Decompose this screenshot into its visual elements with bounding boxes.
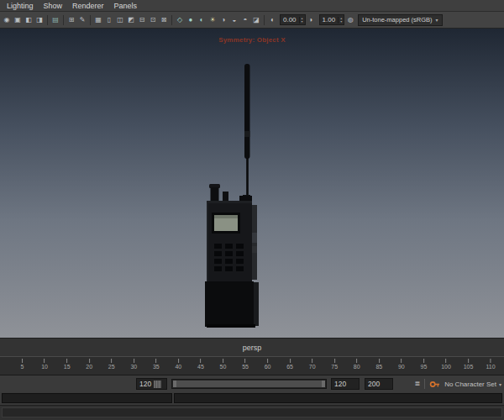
gate-mask-icon[interactable]: ◩ [126,14,136,25]
gamma-field[interactable]: 1.00 ▴▾ [319,14,345,25]
lock-camera-icon[interactable]: ▣ [13,14,23,25]
range-grip[interactable] [154,381,161,388]
exposure-spinner[interactable]: ▴▾ [299,17,305,24]
image-plane-icon[interactable]: ▤ [50,14,60,25]
range-slider-row: 120 120 200 ≣ No Character Set ▾ [0,375,504,392]
camera-label: persp [243,344,262,352]
toolbar-separator [90,15,91,25]
viewport[interactable]: Symmetry: Object X [0,29,504,338]
exposure-icon[interactable]: ◖ [267,14,277,25]
range-handle-left[interactable] [173,381,176,387]
toolbar-separator [264,15,265,25]
frame-tick-55: 55 [242,359,249,370]
antenna-upper [244,64,250,159]
camera-label-bar[interactable]: persp [0,338,504,356]
menu-panels[interactable]: Panels [109,2,143,10]
frame-tick-20: 20 [86,359,92,370]
frame-tick-10: 10 [41,359,48,370]
motion-blur-icon[interactable]: ◓ [240,14,250,25]
frame-tick-25: 25 [108,359,115,370]
range-handle-right[interactable] [322,381,325,387]
chevron-down-icon: ▾ [499,381,501,387]
gamma-spinner[interactable]: ▴▾ [338,17,344,24]
frame-tick-75: 75 [331,359,338,370]
2d-pan-zoom-icon[interactable]: ⊞ [66,14,76,25]
range-slider-bar[interactable] [173,381,325,387]
antenna-band [244,131,250,137]
frame-tick-95: 95 [421,359,428,370]
frame-tick-30: 30 [130,359,137,370]
gamma-icon[interactable]: ◗ [307,14,317,25]
menu-show[interactable]: Show [39,2,68,10]
exposure-field[interactable]: 0.00 ▴▾ [280,14,306,25]
frame-tick-70: 70 [309,359,316,370]
safe-title-icon[interactable]: ⊠ [159,14,169,25]
xray-icon[interactable]: ◪ [251,14,261,25]
range-slider-track[interactable] [171,379,327,389]
resolution-gate-icon[interactable]: ◫ [115,14,125,25]
camera-attributes-icon[interactable]: ◧ [24,14,34,25]
frame-tick-60: 60 [265,359,271,370]
help-line [0,405,504,420]
frame-tick-105: 105 [464,359,474,370]
character-set-menu-icon[interactable]: ≣ [414,379,420,389]
shadows-icon[interactable]: ◑ [218,14,228,25]
divider [424,379,425,389]
frame-tick-40: 40 [175,359,181,370]
grease-pencil-icon[interactable]: ✎ [77,14,87,25]
screen-space-ao-icon[interactable]: ◒ [229,14,239,25]
toolbar-separator [47,15,48,25]
frame-tick-35: 35 [153,359,160,370]
frame-tick-110: 110 [486,359,495,370]
select-camera-icon[interactable]: ◉ [2,14,12,25]
frame-tick-65: 65 [286,359,293,370]
frame-tick-15: 15 [64,359,71,370]
lights-icon[interactable]: ☀ [207,14,218,25]
range-end-field[interactable]: 120 [331,378,360,390]
toolbar-separator [171,15,172,25]
frame-tick-100: 100 [441,359,451,370]
panel-toolbar: ◉▣◧◨▤⊞✎▦▯◫◩⊟⊡⊠◇●◐☀◑◒◓◪ ◖ 0.00 ▴▾ ◗ 1.00 … [0,12,504,29]
battery-pack [205,281,254,327]
frame-tick-90: 90 [398,359,405,370]
textured-display-icon[interactable]: ◐ [197,14,207,25]
field-chart-icon[interactable]: ⊟ [137,14,147,25]
frame-tick-5: 5 [21,359,24,370]
menu-renderer[interactable]: Renderer [67,2,109,10]
frame-tick-50: 50 [220,359,227,370]
auto-keyframe-icon[interactable] [429,379,440,390]
view-transform-icon[interactable]: ◍ [345,14,355,25]
bookmarks-icon[interactable]: ◨ [34,14,45,25]
symmetry-hud-message: Symmetry: Object X [0,36,504,44]
film-gate-icon[interactable]: ▯ [104,14,114,25]
character-set-dropdown[interactable]: No Character Set ▾ [444,381,501,388]
menu-lighting[interactable]: Lighting [2,2,39,10]
playback-end-field[interactable]: 200 [365,378,393,390]
shaded-display-icon[interactable]: ● [186,14,196,25]
toolbar-separator [63,15,64,25]
view-transform-value: Un-tone-mapped (sRGB) [362,16,432,24]
frame-tick-45: 45 [197,359,204,370]
ptt-button [252,233,257,243]
command-line-input[interactable] [2,393,172,403]
panel-menubar: LightingShowRendererPanels [0,0,504,12]
wireframe-icon[interactable]: ◇ [175,14,185,25]
radio-model[interactable] [200,60,264,329]
exposure-value: 0.00 [281,16,299,24]
maya-window: LightingShowRendererPanels ◉▣◧◨▤⊞✎▦▯◫◩⊟⊡… [0,0,504,420]
chevron-down-icon: ▾ [436,17,438,23]
gamma-value: 1.00 [320,16,339,24]
frame-tick-85: 85 [375,359,382,370]
frame-tick-80: 80 [354,359,360,370]
command-line-result [174,393,502,403]
help-line-field [2,407,502,417]
time-slider[interactable]: 5101520253035404550556065707580859095100… [0,356,504,375]
grid-icon[interactable]: ▦ [93,14,103,25]
range-start-field[interactable]: 120 [136,378,167,390]
safe-action-icon[interactable]: ⊡ [148,14,158,25]
antenna-lower [246,158,249,197]
command-line-row [0,392,504,405]
view-transform-dropdown[interactable]: Un-tone-mapped (sRGB) ▾ [358,14,442,26]
